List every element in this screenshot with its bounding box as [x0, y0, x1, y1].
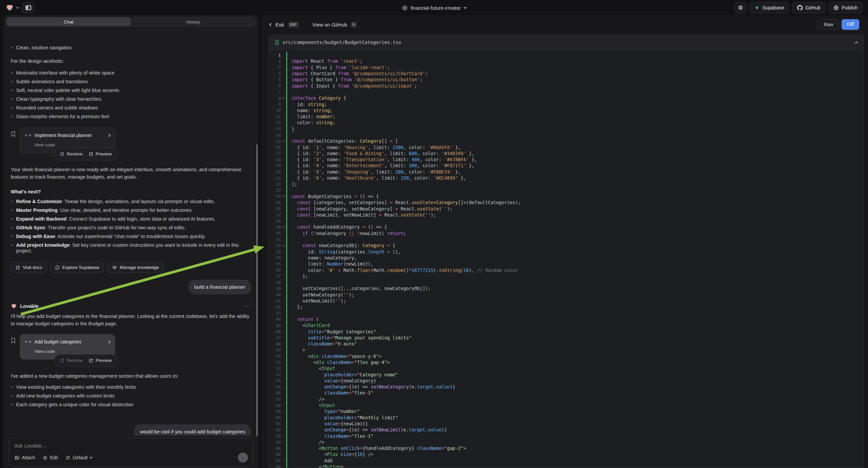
code-line: 57 /> — [269, 396, 863, 402]
lovable-heart-icon — [5, 4, 14, 12]
manage-knowledge-button[interactable]: Manage knowledge — [107, 262, 164, 273]
code-line: 33 id: String(categories.length + 1), — [269, 249, 863, 255]
bookmark-icon[interactable] — [11, 338, 16, 344]
bookmark-icon[interactable] — [11, 131, 16, 137]
lovable-logo-menu[interactable] — [5, 4, 19, 12]
chat-tabbar: Chat History — [6, 17, 256, 27]
list-item: Refine & Customize: Tweak the design, an… — [11, 199, 251, 204]
code-line: 6import { Input } from '@/components/ui/… — [269, 83, 863, 89]
version-card-row: < > Implement financial planner View cod… — [11, 127, 251, 153]
chevron-right-icon — [107, 134, 111, 137]
attach-image-icon — [14, 455, 20, 460]
code-line: 3import { Plus } from 'lucide-react'; — [269, 64, 863, 70]
version-card-title: Add budget categories — [35, 338, 82, 346]
github-button[interactable]: GitHub — [792, 2, 826, 13]
version-card-add-budget-categories[interactable]: < > Add budget categories View code Rest… — [20, 334, 115, 359]
restore-button[interactable]: Restore — [60, 357, 83, 364]
code-line: 67 Add — [269, 458, 863, 464]
send-button[interactable]: ↑ — [238, 452, 248, 463]
chat-scrollbar[interactable] — [256, 144, 258, 436]
list-item: Glass-morphic elements for a premium fee… — [11, 114, 251, 119]
code-line: 58 <Input — [269, 402, 863, 408]
preview-button[interactable]: Preview — [89, 357, 112, 364]
code-line: 25 const [categories, setCategories] = R… — [269, 199, 863, 205]
list-item: View existing budget categories with the… — [11, 384, 251, 390]
code-line: 7 — [269, 89, 863, 95]
tab-history[interactable]: History — [131, 18, 255, 26]
external-link-icon — [89, 152, 93, 156]
chevron-right-icon — [107, 340, 111, 344]
chevron-left-icon — [270, 23, 273, 26]
project-chevron-down-icon — [463, 6, 467, 9]
list-item: Debug with Ease: Activate our experiment… — [11, 234, 251, 239]
view-on-github-button[interactable]: View on GitHub G — [312, 22, 357, 28]
code-line: 4import ChartCard from '@/components/ui/… — [269, 70, 863, 77]
file-header[interactable]: src/components/budget/BudgetCategories.t… — [269, 35, 863, 50]
raw-toggle-button[interactable]: Raw — [818, 19, 839, 30]
restore-icon — [60, 152, 64, 156]
restore-preview-pill: Restore Preview — [54, 148, 118, 160]
code-line: 40 setNewCategory(''); — [269, 292, 863, 298]
code-line: 54 value={newCategory} — [269, 378, 863, 384]
version-card-implement-planner[interactable]: < > Implement financial planner View cod… — [20, 127, 115, 153]
attach-button[interactable]: Attach — [14, 455, 35, 460]
exit-button[interactable]: Exit — [270, 22, 284, 28]
restore-button[interactable]: Restore — [60, 150, 83, 158]
code-line: 55 onChange={(e) => setNewCategory(e.tar… — [269, 384, 863, 390]
supabase-bolt-icon — [754, 5, 760, 10]
next-steps-list: Refine & Customize: Tweak the design, an… — [11, 199, 251, 254]
chat-scroll-area[interactable]: Clean, intuitive navigation For the desi… — [3, 42, 258, 436]
message-menu-button[interactable]: ··· — [244, 302, 251, 310]
code-line: 1 — [269, 52, 863, 58]
graduation-cap-icon — [112, 265, 117, 270]
code-line: 46 title="Budget Categories" — [269, 328, 863, 334]
publish-button[interactable]: Publish — [829, 2, 863, 13]
reply-paragraph: I'll help you add budget categories to t… — [11, 313, 251, 327]
mode-selector[interactable]: Default — [65, 455, 92, 460]
code-line: 16 { id: '1', name: 'Housing', limit: 15… — [269, 144, 863, 150]
code-line: 47 subtitle="Manage your spending limits… — [269, 335, 863, 341]
collapse-chevron-up-icon[interactable] — [855, 41, 858, 45]
preview-button[interactable]: Preview — [89, 150, 112, 158]
added-intro-paragraph: I've added a new budget categories manag… — [11, 372, 251, 380]
code-line: 62 onChange={(e) => setNewLimit(e.target… — [269, 427, 863, 433]
code-line: 21 { id: '6', name: 'Healthcare', limit:… — [269, 175, 863, 181]
assistant-header: Lovable ··· — [11, 302, 251, 310]
code-line: 41 setNewLimit(''); — [269, 298, 863, 304]
code-line: 27 const [newLimit, setNewLimit] = React… — [269, 212, 863, 218]
code-line: 48 className="h-auto" — [269, 341, 863, 347]
toggle-sidebar-button[interactable] — [22, 2, 34, 13]
explore-supabase-button[interactable]: Explore Supabase — [50, 262, 104, 273]
code-line: 2import React from 'react'; — [269, 58, 863, 64]
quick-buttons-row: Visit docs Explore Supabase Manage knowl… — [11, 262, 251, 273]
top-bullet-list: Clean, intuitive navigation — [11, 45, 251, 51]
code-line: 19 { id: '4', name: 'Entertainment', lim… — [269, 163, 863, 169]
top-bar: financial-future-creator ⚙ Supabase GitH… — [0, 0, 868, 16]
code-line: 24const BudgetCategories = () => { — [269, 194, 863, 199]
code-line: 63 className="flex-1" — [269, 433, 863, 439]
code-line: 10 name: string; — [269, 108, 863, 114]
chat-input[interactable] — [14, 443, 236, 448]
supabase-button[interactable]: Supabase — [750, 2, 789, 13]
diff-toggle-button[interactable]: Diff — [841, 19, 859, 30]
restore-icon — [60, 358, 64, 363]
supabase-label: Supabase — [762, 5, 784, 10]
chat-bubble-icon — [55, 265, 60, 270]
code-editor[interactable]: 12import React from 'react';3import { Pl… — [269, 50, 863, 468]
tab-chat[interactable]: Chat — [6, 18, 131, 26]
restore-preview-pill: Restore Preview — [54, 354, 118, 367]
visit-docs-button[interactable]: Visit docs — [11, 262, 47, 273]
code-line: 45 <ChartCard — [269, 322, 863, 328]
code-line: 14 — [269, 132, 863, 138]
sidebar-panel-icon — [26, 5, 31, 10]
code-line: 18 { id: '3', name: 'Transportation', li… — [269, 156, 863, 163]
edit-button[interactable]: Edit — [42, 455, 58, 460]
code-line: 5import { Button } from '@/components/ui… — [269, 77, 863, 83]
settings-button[interactable]: ⚙ — [735, 2, 747, 13]
code-line: 31 — [269, 236, 863, 242]
user-message: would be cool if you could add budget ca… — [134, 425, 251, 436]
code-line: 12 color: string; — [269, 119, 863, 125]
project-switcher[interactable]: financial-future-creator — [402, 0, 466, 16]
esc-shortcut-badge: ESC — [288, 22, 299, 28]
lovable-heart-icon — [11, 303, 17, 309]
